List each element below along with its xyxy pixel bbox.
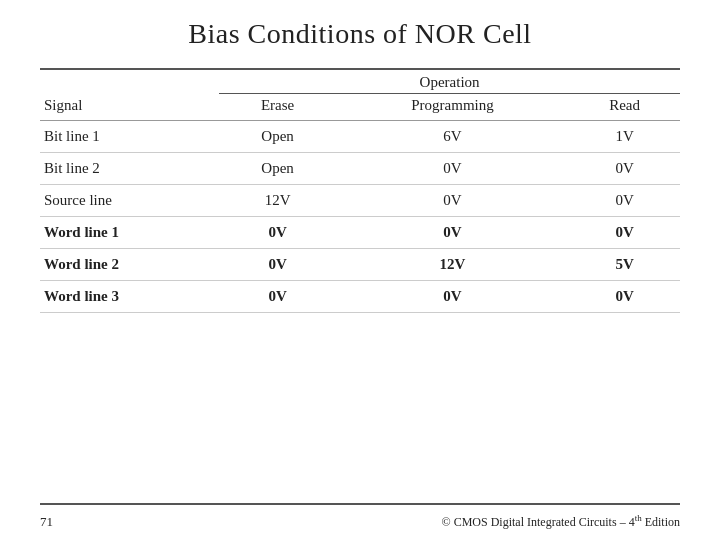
table-row: Word line 30V0V0V [40, 281, 680, 313]
table-row: Bit line 1Open6V1V [40, 121, 680, 153]
signal-cell: Source line [40, 185, 219, 217]
signal-cell: Bit line 2 [40, 153, 219, 185]
operation-header: Operation [219, 69, 680, 94]
value-cell: 0V [219, 249, 336, 281]
table-row: Word line 20V12V5V [40, 249, 680, 281]
value-cell: Open [219, 121, 336, 153]
value-cell: 0V [569, 153, 680, 185]
value-cell: 12V [336, 249, 569, 281]
copyright-text: © CMOS Digital Integrated Circuits – 4th… [442, 513, 680, 530]
value-cell: 0V [569, 217, 680, 249]
signal-cell: Word line 3 [40, 281, 219, 313]
value-cell: 0V [219, 281, 336, 313]
bias-conditions-table: Operation Signal Erase Programming Read … [40, 68, 680, 313]
value-cell: 0V [336, 185, 569, 217]
value-cell: 12V [219, 185, 336, 217]
page-title: Bias Conditions of NOR Cell [40, 18, 680, 50]
value-cell: 1V [569, 121, 680, 153]
programming-header: Programming [336, 94, 569, 121]
value-cell: 0V [569, 185, 680, 217]
value-cell: 0V [569, 281, 680, 313]
signal-cell: Word line 1 [40, 217, 219, 249]
table-wrapper: Operation Signal Erase Programming Read … [40, 68, 680, 503]
value-cell: 0V [336, 281, 569, 313]
table-row: Bit line 2Open0V0V [40, 153, 680, 185]
erase-header: Erase [219, 94, 336, 121]
page-number: 71 [40, 514, 53, 530]
read-header: Read [569, 94, 680, 121]
table-row: Word line 10V0V0V [40, 217, 680, 249]
page: Bias Conditions of NOR Cell Operation Si… [0, 0, 720, 540]
signal-cell: Bit line 1 [40, 121, 219, 153]
value-cell: 0V [336, 153, 569, 185]
signal-cell: Word line 2 [40, 249, 219, 281]
table-row: Source line12V0V0V [40, 185, 680, 217]
value-cell: 5V [569, 249, 680, 281]
value-cell: 0V [219, 217, 336, 249]
value-cell: Open [219, 153, 336, 185]
signal-column-header: Signal [40, 94, 219, 121]
value-cell: 6V [336, 121, 569, 153]
footer: 71 © CMOS Digital Integrated Circuits – … [40, 503, 680, 540]
value-cell: 0V [336, 217, 569, 249]
